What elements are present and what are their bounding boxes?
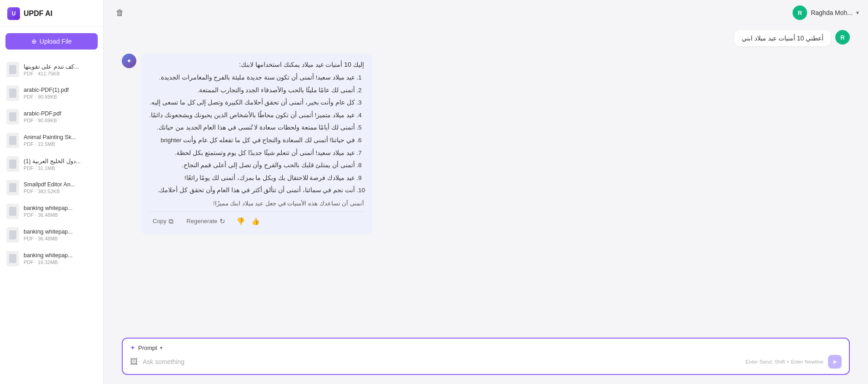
main-panel: 🗑 R Raghda Moh... ▾ أعطني 10 أمنيات عيد … (104, 0, 868, 384)
regenerate-icon: ↻ (219, 217, 225, 225)
file-name: banking whitepap... (24, 252, 97, 259)
ai-message-row: ✦ إليك 10 أمنيات عيد ميلاد يمكنك استخدام… (122, 54, 850, 234)
user-message-row: أعطني 10 أمنيات عيد ميلاد ابني R (122, 30, 850, 46)
sidebar: U UPDF AI ⊕ Upload File كف تندم على تقوي… (0, 0, 104, 384)
file-item[interactable]: Animal Painting Sk... PDF · 22.5MB (0, 129, 103, 152)
copy-label: Copy (153, 218, 166, 224)
file-item[interactable]: arabic-PDF.pdf PDF · 90.89KB (0, 105, 103, 129)
input-box: ✦ Prompt ▾ 🖼 Enter Send; Shift + Enter N… (122, 338, 850, 375)
send-button[interactable]: ➤ (828, 355, 842, 369)
file-item[interactable]: banking whitepap... PDF · 36.48MB (0, 223, 103, 247)
file-icon (6, 133, 19, 148)
file-size: PDF · 36.48MB (24, 212, 97, 218)
chevron-down-icon: ▾ (856, 10, 859, 16)
input-area: ✦ Prompt ▾ 🖼 Enter Send; Shift + Enter N… (104, 333, 868, 384)
file-icon (6, 85, 19, 101)
file-icon (6, 251, 19, 266)
file-item[interactable]: banking whitepap... PDF · 16.32MB (0, 247, 103, 270)
file-name: Animal Painting Sk... (24, 134, 97, 140)
delete-button[interactable]: 🗑 (113, 5, 127, 20)
user-menu[interactable]: R Raghda Moh... ▾ (793, 5, 859, 20)
ai-list-item: كل عام وأنت بخير، أتمنى أن تحقق أحلامك ا… (149, 98, 355, 108)
file-item[interactable]: دول الخليج العربية (1)... PDF · 31.1MB (0, 152, 103, 176)
chat-input[interactable] (143, 358, 741, 365)
ai-list-item: في حياتنا! أتمنى لك السعادة والنجاح في ك… (149, 135, 355, 145)
ai-avatar: ✦ (122, 54, 136, 68)
ai-list-item: أتمنى لك عامًا مليئًا بالحب والأصدقاء ال… (149, 85, 355, 95)
copy-button[interactable]: ⧉ Copy (149, 215, 177, 227)
chat-area: أعطني 10 أمنيات عيد ميلاد ابني R ✦ إليك … (104, 25, 868, 333)
file-icon (6, 62, 19, 77)
user-bubble: أعطني 10 أمنيات عيد ميلاد ابني (734, 30, 831, 46)
ai-list-item: أنت نجم في سمائنا، أتمنى أن تتألق أكثر ف… (149, 185, 355, 195)
regenerate-button[interactable]: ↻ Regenerate (183, 215, 229, 227)
file-name: banking whitepap... (24, 229, 97, 235)
copy-icon: ⧉ (169, 217, 174, 225)
input-row: 🖼 Enter Send; Shift + Enter Newline ➤ (130, 355, 842, 369)
ai-bubble-title: إليك 10 أمنيات عيد ميلاد يمكنك استخدامها… (149, 61, 364, 68)
ai-bubble: إليك 10 أمنيات عيد ميلاد يمكنك استخدامها… (141, 54, 372, 234)
file-name: arabic-PDF.pdf (24, 110, 97, 117)
file-icon (6, 156, 19, 172)
logo-area: U UPDF AI (0, 0, 103, 27)
ai-list-item: أتمنى لك أيامًا ممتعة ولحظات سعادة لا تُ… (149, 123, 355, 133)
file-size: PDF · 36.48MB (24, 236, 97, 241)
file-icon (6, 227, 19, 243)
image-attach-button[interactable]: 🖼 (130, 357, 138, 367)
file-size: PDF · 31.1MB (24, 165, 97, 171)
ai-list-item: عيد ميلاد متميز! أتمنى أن تكون محاطًا با… (149, 110, 355, 120)
ai-bubble-footer: أتمنى أن تساعدك هذه الأمنيات في جعل عيد … (149, 200, 364, 207)
prompt-label: Prompt (138, 344, 157, 351)
file-size: PDF · 90.89KB (24, 94, 97, 100)
thumbs-up-button[interactable]: 👍 (249, 215, 262, 227)
file-item[interactable]: كف تندم على تقويتها... PDF · 411.75KB (0, 58, 103, 81)
logo-icon: U (7, 7, 20, 20)
ai-list-item: عيد ميلاد سعيد! أتمنى أن تكون سنة جديدة … (149, 73, 355, 83)
regenerate-label: Regenerate (186, 218, 217, 224)
upload-label: Upload File (40, 38, 72, 45)
file-item[interactable]: banking whitepap... PDF · 36.48MB (0, 199, 103, 223)
file-name: دول الخليج العربية (1)... (24, 158, 97, 165)
file-size: PDF · 16.32MB (24, 259, 97, 265)
logo-text: UPDF AI (24, 10, 52, 18)
user-avatar-small: R (835, 30, 850, 45)
upload-button[interactable]: ⊕ Upload File (5, 33, 98, 50)
file-icon (6, 204, 19, 219)
file-name: banking whitepap... (24, 205, 97, 211)
ai-list-item: عيد ميلادك فرصة للاحتفال بك وبكل ما بمزك… (149, 173, 355, 183)
file-size: PDF · 90.89KB (24, 118, 97, 123)
file-list: كف تندم على تقويتها... PDF · 411.75KB ar… (0, 56, 103, 384)
thumb-row: 👍 👎 (234, 215, 262, 227)
sparkle-icon: ✦ (130, 344, 135, 351)
ai-list-item: عيد ميلاد سعيد! أتمنى أن تتعلم شيئًا جدي… (149, 148, 355, 158)
thumbs-down-button[interactable]: 👎 (234, 215, 247, 227)
user-avatar: R (793, 5, 807, 20)
file-item[interactable]: Smallpdf Editor An... PDF · 382.52KB (0, 176, 103, 199)
prompt-dropdown-icon[interactable]: ▾ (160, 345, 163, 351)
file-icon (6, 109, 19, 125)
file-name: كف تندم على تقويتها... (24, 63, 97, 70)
file-item[interactable]: arabic-PDF(1).pdf PDF · 90.89KB (0, 81, 103, 105)
ai-actions: 👍 👎 ↻ Regenerate ⧉ Copy (149, 211, 364, 227)
user-name: Raghda Moh... (811, 9, 853, 16)
file-size: PDF · 411.75KB (24, 71, 97, 76)
upload-icon: ⊕ (31, 38, 37, 45)
input-hint: Enter Send; Shift + Enter Newline (745, 359, 823, 364)
file-name: Smallpdf Editor An... (24, 181, 97, 188)
file-size: PDF · 22.5MB (24, 141, 97, 147)
file-name: arabic-PDF(1).pdf (24, 87, 97, 93)
input-header: ✦ Prompt ▾ (130, 344, 842, 351)
ai-response-list: عيد ميلاد سعيد! أتمنى أن تكون سنة جديدة … (149, 73, 364, 195)
file-icon (6, 180, 19, 195)
file-size: PDF · 382.52KB (24, 189, 97, 194)
ai-list-item: أتمنى أن يمتلئ قلبك بالحب والفرح وأن تصل… (149, 160, 355, 170)
topbar: 🗑 R Raghda Moh... ▾ (104, 0, 868, 25)
